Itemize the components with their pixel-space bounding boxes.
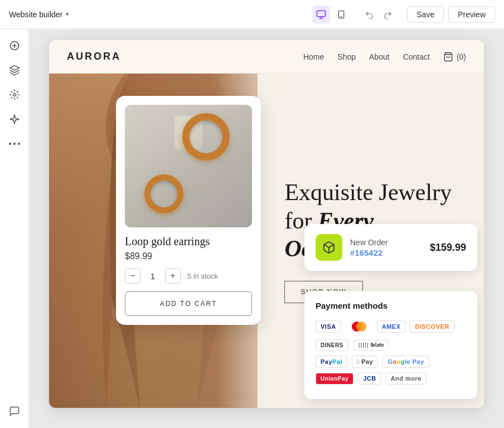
site-nav: AURORA Home Shop About Contact (0) bbox=[49, 40, 484, 74]
order-label: New Order bbox=[350, 238, 422, 247]
qty-decrease-button[interactable]: − bbox=[125, 268, 140, 284]
preview-button[interactable]: Preview bbox=[448, 6, 495, 23]
layers-button[interactable] bbox=[4, 60, 25, 80]
order-notification-card: New Order #165422 $159.99 bbox=[304, 224, 477, 271]
undo-redo-group bbox=[361, 6, 396, 23]
qty-value: 1 bbox=[147, 271, 158, 281]
svg-point-4 bbox=[13, 94, 16, 96]
undo-button[interactable] bbox=[361, 6, 378, 23]
toolbar: Website builder ▾ Save Preview bbox=[0, 0, 504, 29]
amex-badge: AMEX bbox=[377, 320, 406, 333]
payment-row-2: PayPal  Pay Google Pay UnionPay JCB And… bbox=[316, 356, 466, 385]
payment-row-1: VISA AMEX DISCOVER DINERS ||||| Boleto bbox=[316, 318, 466, 351]
visa-badge: VISA bbox=[316, 320, 341, 333]
product-name: Loop gold earrings bbox=[125, 235, 252, 248]
device-switcher bbox=[312, 6, 350, 23]
svg-rect-0 bbox=[317, 11, 326, 17]
jcb-badge: JCB bbox=[358, 372, 381, 385]
nav-contact-link[interactable]: Contact bbox=[403, 52, 430, 61]
svg-point-6 bbox=[13, 143, 16, 145]
ai-button[interactable] bbox=[4, 85, 25, 105]
site-nav-links: Home Shop About Contact (0) bbox=[303, 52, 466, 62]
order-card-inner: New Order #165422 $159.99 bbox=[316, 234, 466, 261]
toolbar-brand-label: Website builder bbox=[9, 10, 62, 19]
toolbar-brand[interactable]: Website builder ▾ bbox=[9, 10, 69, 19]
payment-title: Payment methods bbox=[316, 301, 466, 310]
canvas: AURORA Home Shop About Contact (0) bbox=[29, 29, 504, 428]
and-more-badge: And more bbox=[386, 372, 427, 385]
mobile-device-button[interactable] bbox=[332, 6, 350, 23]
nav-home-link[interactable]: Home bbox=[303, 52, 324, 61]
site-hero: Exquisite Jewelry for Every Occasion SHO… bbox=[49, 74, 484, 408]
discover-badge: DISCOVER bbox=[410, 320, 454, 333]
svg-point-2 bbox=[341, 16, 342, 17]
svg-point-5 bbox=[9, 143, 11, 145]
sparkle-button[interactable] bbox=[4, 109, 25, 129]
qty-stock: 5 in stock bbox=[187, 272, 218, 280]
add-element-button[interactable] bbox=[4, 36, 25, 56]
payment-methods-card: Payment methods VISA AMEX DISCOVER DINER… bbox=[304, 291, 477, 399]
googlepay-badge: Google Pay bbox=[382, 356, 429, 368]
add-to-cart-button[interactable]: ADD TO CART bbox=[125, 291, 252, 316]
order-amount: $159.99 bbox=[430, 242, 466, 254]
paypal-badge: PayPal bbox=[316, 356, 347, 368]
svg-point-7 bbox=[18, 143, 20, 145]
boleto-badge: ||||| Boleto bbox=[353, 340, 389, 351]
order-info: New Order #165422 bbox=[350, 238, 422, 257]
chevron-down-icon: ▾ bbox=[66, 11, 69, 18]
nav-about-link[interactable]: About bbox=[369, 52, 390, 61]
hero-heading-line1: Exquisite Jewelry bbox=[284, 179, 452, 205]
cart-count: (0) bbox=[457, 52, 466, 61]
product-image bbox=[125, 105, 252, 227]
site-logo: AURORA bbox=[67, 51, 121, 62]
website-preview: AURORA Home Shop About Contact (0) bbox=[49, 40, 484, 408]
mastercard-badge bbox=[346, 318, 372, 335]
redo-button[interactable] bbox=[379, 6, 396, 23]
desktop-device-button[interactable] bbox=[312, 6, 330, 23]
svg-point-13 bbox=[356, 322, 366, 332]
sidebar bbox=[0, 29, 29, 428]
unionpay-badge: UnionPay bbox=[316, 373, 353, 385]
qty-increase-button[interactable]: + bbox=[165, 268, 181, 284]
save-button[interactable]: Save bbox=[407, 6, 444, 23]
applepay-badge:  Pay bbox=[352, 356, 378, 368]
more-options-button[interactable] bbox=[4, 134, 25, 154]
order-number: #165422 bbox=[350, 248, 422, 257]
chat-support-button[interactable] bbox=[4, 401, 25, 421]
product-qty-row: − 1 + 5 in stock bbox=[125, 268, 252, 284]
order-icon bbox=[316, 234, 342, 261]
nav-shop-link[interactable]: Shop bbox=[337, 52, 356, 61]
diners-badge: DINERS bbox=[316, 339, 348, 351]
product-price: $89.99 bbox=[125, 251, 252, 261]
main-area: AURORA Home Shop About Contact (0) bbox=[0, 29, 504, 428]
product-card: Loop gold earrings $89.99 − 1 + 5 in sto… bbox=[116, 96, 261, 325]
cart-icon-button[interactable]: (0) bbox=[443, 52, 466, 62]
earring-image bbox=[125, 105, 252, 227]
toolbar-actions: Save Preview bbox=[407, 6, 495, 23]
